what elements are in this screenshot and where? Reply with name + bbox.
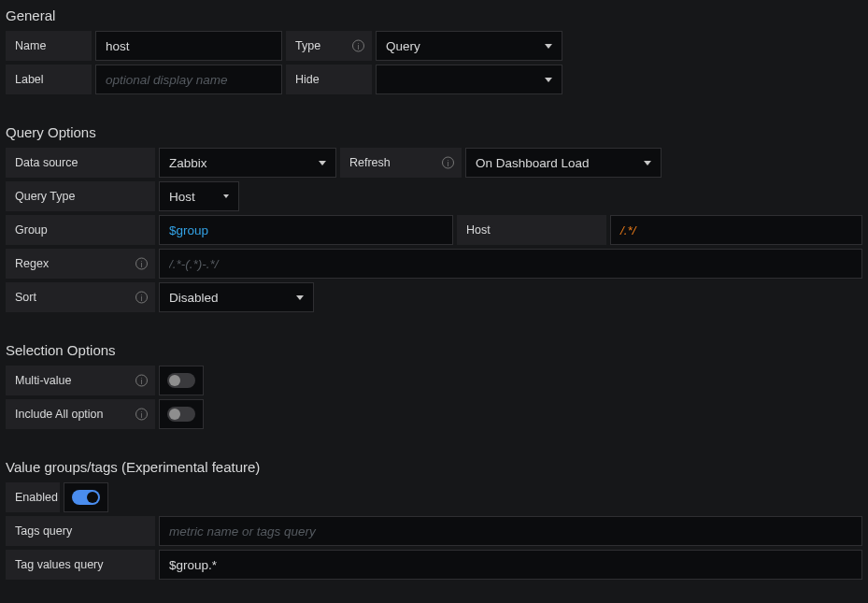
label-tagsquery: Tags query — [6, 516, 155, 546]
label-enabled: Enabled — [6, 482, 60, 512]
section-title-value-groups: Value groups/tags (Experimental feature) — [6, 459, 862, 475]
label-type: Type i — [286, 31, 372, 61]
label-regex: Regex i — [6, 249, 155, 279]
label-multivalue-text: Multi-value — [15, 374, 71, 387]
info-icon[interactable]: i — [135, 258, 148, 270]
info-icon[interactable]: i — [135, 409, 148, 421]
label-refresh-text: Refresh — [349, 156, 391, 169]
host-input[interactable]: /.*/ — [610, 215, 862, 245]
querytype-select[interactable]: Host — [159, 181, 239, 211]
querytype-value: Host — [169, 190, 195, 204]
section-title-query-options: Query Options — [6, 124, 862, 140]
info-icon[interactable]: i — [352, 40, 364, 52]
tagsquery-input[interactable] — [159, 516, 862, 546]
datasource-value: Zabbix — [169, 156, 207, 170]
label-group: Group — [6, 215, 155, 245]
group-value: $group — [169, 223, 208, 237]
info-icon[interactable]: i — [442, 157, 454, 169]
label-label: Label — [6, 65, 92, 94]
refresh-select[interactable]: On Dashboard Load — [465, 148, 662, 178]
enabled-toggle[interactable] — [72, 490, 100, 505]
caret-down-icon — [644, 161, 651, 165]
label-input[interactable] — [95, 65, 282, 94]
caret-down-icon — [319, 161, 326, 165]
sort-select[interactable]: Disabled — [159, 282, 314, 312]
host-value: /.*/ — [620, 223, 636, 237]
includeall-toggle-wrap — [159, 399, 204, 429]
caret-down-icon — [296, 295, 304, 300]
label-name: Name — [6, 31, 92, 61]
label-querytype: Query Type — [6, 181, 155, 211]
refresh-value: On Dashboard Load — [476, 156, 590, 170]
label-host: Host — [457, 215, 606, 245]
includeall-toggle[interactable] — [167, 407, 195, 422]
info-icon[interactable]: i — [135, 375, 148, 387]
label-refresh: Refresh i — [340, 148, 462, 178]
label-datasource: Data source — [6, 148, 155, 178]
multivalue-toggle-wrap — [159, 366, 204, 395]
label-multivalue: Multi-value i — [6, 366, 155, 395]
label-sort: Sort i — [6, 282, 155, 312]
label-includeall-text: Include All option — [15, 408, 104, 421]
enabled-toggle-wrap — [64, 482, 108, 512]
type-value: Query — [386, 39, 420, 53]
tagvalues-input[interactable] — [159, 550, 862, 580]
hide-select[interactable] — [376, 65, 562, 94]
datasource-select[interactable]: Zabbix — [159, 148, 336, 178]
info-icon[interactable]: i — [135, 292, 148, 304]
sort-value: Disabled — [169, 291, 219, 305]
section-title-selection-options: Selection Options — [6, 342, 862, 358]
caret-down-icon — [545, 44, 552, 49]
multivalue-toggle[interactable] — [167, 373, 195, 388]
label-sort-text: Sort — [15, 291, 36, 304]
label-regex-text: Regex — [15, 257, 49, 270]
label-hide: Hide — [286, 65, 372, 94]
section-title-general: General — [6, 7, 862, 23]
label-type-text: Type — [295, 39, 320, 52]
group-input[interactable]: $group — [159, 215, 453, 245]
label-tagvalues: Tag values query — [6, 550, 155, 580]
caret-down-icon — [545, 78, 552, 82]
label-includeall: Include All option i — [6, 399, 155, 429]
name-input[interactable] — [95, 31, 282, 61]
regex-input[interactable] — [159, 249, 862, 279]
caret-down-icon — [223, 194, 229, 198]
type-select[interactable]: Query — [376, 31, 562, 61]
